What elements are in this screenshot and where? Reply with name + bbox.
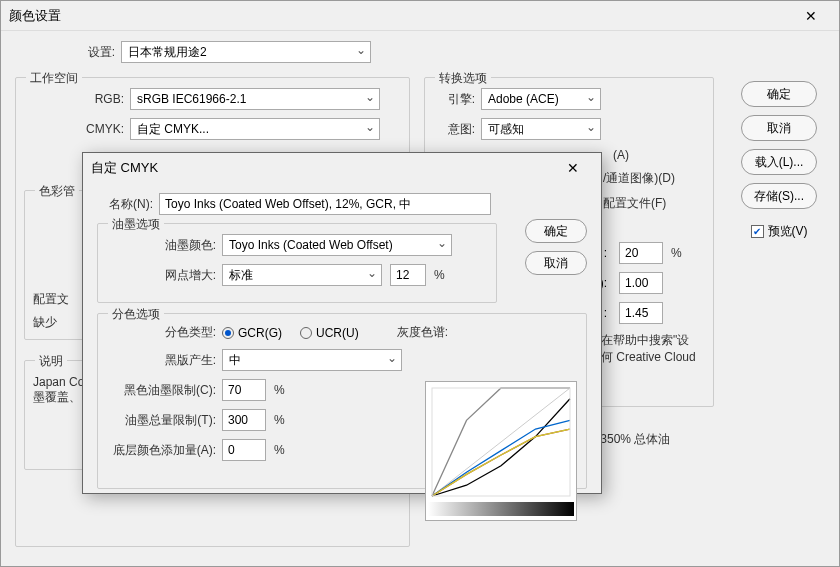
totalink-label: 油墨总量限制(T): [106,412,216,429]
custom-cmyk-dialog: 自定 CMYK ✕ 名称(N): Toyo Inks (Coated Web O… [82,152,602,494]
totalink-pct: % [274,413,285,427]
engine-label: 引擎: [433,91,475,108]
chart-svg [426,382,576,502]
profile-text: 配置文件(F) [603,195,705,212]
rgb-label: RGB: [54,92,124,106]
child-close-icon[interactable]: ✕ [553,154,593,182]
dotgain-num-input[interactable]: 12 [390,264,426,286]
intent-select[interactable]: 可感知 [481,118,601,140]
parent-titlebar: 颜色设置 ✕ [1,1,839,31]
workspace-legend: 工作空间 [26,70,82,87]
cancel-button[interactable]: 取消 [741,115,817,141]
channel-text: /通道图像)(D) [603,170,705,187]
load-button[interactable]: 载入(L)... [741,149,817,175]
sep-legend: 分色选项 [108,306,164,323]
gray-ramp-chart [425,381,577,521]
cyan-input[interactable]: 20 [619,242,663,264]
desc-legend: 说明 [35,353,67,370]
blackgen-label: 黑版产生: [106,352,216,369]
blacklimit-input[interactable]: 70 [222,379,266,401]
save-button[interactable]: 存储(S)... [741,183,817,209]
child-title: 自定 CMYK [91,159,553,177]
parent-title: 颜色设置 [9,7,791,25]
gamma1-input[interactable]: 1.00 [619,272,663,294]
gradient-bar [428,502,574,516]
gcr-radio[interactable]: GCR(G) [222,326,282,340]
engine-select[interactable]: Adobe (ACE) [481,88,601,110]
cyan-pct: % [671,246,682,260]
a-text: (A) [613,148,705,162]
preview-checkbox[interactable]: ✔ [751,225,764,238]
totalink-input[interactable]: 300 [222,409,266,431]
ink-fieldset: 油墨选项 油墨颜色: Toyo Inks (Coated Web Offset)… [97,223,497,303]
child-cancel-button[interactable]: 取消 [525,251,587,275]
preview-label: 预览(V) [768,223,808,240]
dotgain-pct: % [434,268,445,282]
cmyk-select[interactable]: 自定 CMYK... [130,118,380,140]
ok-button[interactable]: 确定 [741,81,817,107]
child-ok-button[interactable]: 确定 [525,219,587,243]
name-input[interactable]: Toyo Inks (Coated Web Offset), 12%, GCR,… [159,193,491,215]
uca-input[interactable]: 0 [222,439,266,461]
svg-line-0 [432,388,570,496]
help-text: 请在帮助中搜索"设 [589,332,705,349]
convert-legend: 转换选项 [435,70,491,87]
settings-label: 设置: [45,44,115,61]
period-text: 。 [589,366,705,383]
gamma2-input[interactable]: 1.45 [619,302,663,324]
blacklimit-pct: % [274,383,285,397]
settings-select[interactable]: 日本常规用途2 [121,41,371,63]
dotgain-label: 网点增大: [106,267,216,284]
septype-label: 分色类型: [106,324,216,341]
cmyk-label: CMYK: [54,122,124,136]
ink-legend: 油墨选项 [108,216,164,233]
ucr-radio[interactable]: UCR(U) [300,326,359,340]
name-label: 名称(N): [97,196,153,213]
inkcolor-label: 油墨颜色: [106,237,216,254]
blacklimit-label: 黑色油墨限制(C): [106,382,216,399]
uca-pct: % [274,443,285,457]
blackgen-select[interactable]: 中 [222,349,402,371]
dotgain-select[interactable]: 标准 [222,264,382,286]
close-icon[interactable]: ✕ [791,2,831,30]
graymap-label: 灰度色谱: [397,324,448,341]
color-mgmt-legend: 色彩管 [35,183,79,200]
rgb-select[interactable]: sRGB IEC61966-2.1 [130,88,380,110]
cc-text: 任何 Creative Cloud [589,349,705,366]
inkcolor-select[interactable]: Toyo Inks (Coated Web Offset) [222,234,452,256]
intent-label: 意图: [433,121,475,138]
uca-label: 底层颜色添加量(A): [106,442,216,459]
